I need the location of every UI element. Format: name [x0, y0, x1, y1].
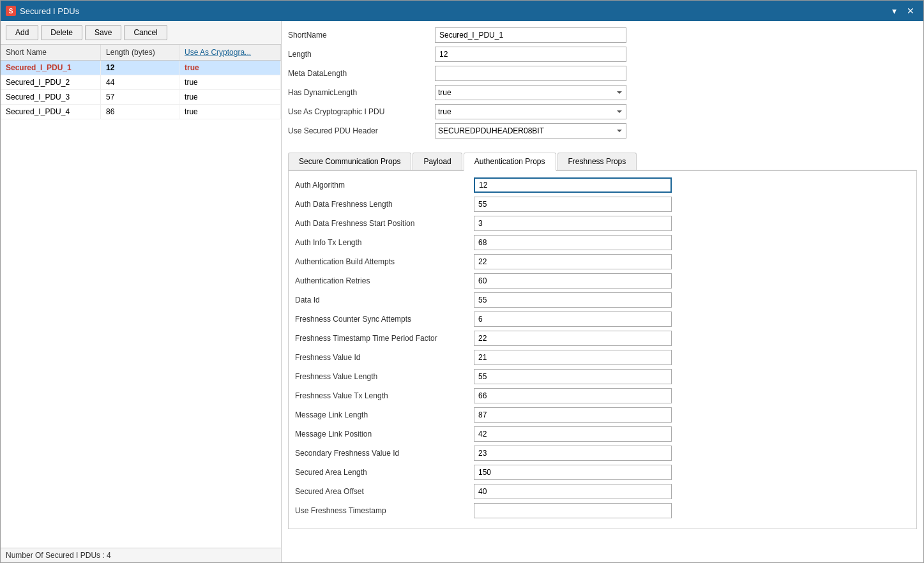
cell-use-crypto: true [179, 90, 281, 105]
main-content: Add Delete Save Cancel Short Name Length… [1, 21, 923, 562]
props-input-16[interactable] [474, 484, 672, 499]
props-input-11[interactable] [474, 388, 672, 403]
tab-freshness[interactable]: Freshness Props [557, 153, 637, 170]
use-cryptographic-wrapper: true false [435, 104, 626, 119]
has-dynamic-length-select[interactable]: true false [435, 85, 626, 100]
col-use-crypto[interactable]: Use As Cryptogra... [179, 45, 281, 61]
props-input-3[interactable] [474, 235, 672, 250]
cell-short-name: Secured_I_PDU_4 [1, 105, 101, 119]
props-row: Auth Algorithm [295, 177, 910, 193]
delete-button[interactable]: Delete [41, 25, 82, 40]
props-input-14[interactable] [474, 446, 672, 461]
props-row: Use Freshness Timestamp [295, 503, 910, 518]
meta-data-length-input[interactable] [435, 66, 626, 81]
props-label-13: Message Link Position [295, 430, 474, 439]
props-label-5: Authentication Retries [295, 276, 474, 285]
props-label-16: Secured Area Offset [295, 487, 474, 496]
props-row: Secured Area Offset [295, 484, 910, 499]
props-row: Auth Data Freshness Length [295, 197, 910, 212]
left-panel: Add Delete Save Cancel Short Name Length… [1, 21, 282, 562]
title-bar-left: S Secured I PDUs [6, 6, 79, 16]
status-text: Number Of Secured I PDUs : 4 [6, 551, 111, 560]
save-button[interactable]: Save [85, 25, 121, 40]
props-label-10: Freshness Value Length [295, 372, 474, 381]
dropdown-button[interactable]: ▾ [888, 4, 900, 17]
table-row[interactable]: Secured_I_PDU_2 44 true [1, 75, 281, 90]
form-section: ShortName Length Meta DataLength Has Dyn… [288, 27, 917, 142]
props-input-0[interactable] [474, 177, 672, 193]
window-title: Secured I PDUs [20, 6, 79, 16]
cell-use-crypto: true [179, 105, 281, 119]
use-cryptographic-label: Use As Cryptographic I PDU [288, 107, 435, 116]
use-secured-pdu-row: Use Secured PDU Header SECUREDPDUHEADER0… [288, 123, 917, 139]
shortname-input[interactable] [435, 27, 626, 43]
props-row: Message Link Position [295, 426, 910, 442]
tabs-bar: Secure Communication PropsPayloadAuthent… [288, 153, 917, 171]
props-label-17: Use Freshness Timestamp [295, 506, 474, 515]
props-label-9: Freshness Value Id [295, 353, 474, 362]
has-dynamic-length-label: Has DynamicLength [288, 88, 435, 97]
props-row: Authentication Retries [295, 273, 910, 289]
close-button[interactable]: ✕ [903, 4, 918, 17]
tab-content: Auth AlgorithmAuth Data Freshness Length… [288, 171, 917, 529]
props-row: Auth Data Freshness Start Position [295, 216, 910, 231]
props-input-5[interactable] [474, 273, 672, 289]
props-label-2: Auth Data Freshness Start Position [295, 219, 474, 228]
length-input[interactable] [435, 47, 626, 62]
props-label-6: Data Id [295, 296, 474, 304]
table-row[interactable]: Secured_I_PDU_4 86 true [1, 105, 281, 119]
props-input-12[interactable] [474, 407, 672, 423]
props-row: Message Link Length [295, 407, 910, 423]
has-dynamic-length-row: Has DynamicLength true false [288, 85, 917, 100]
use-secured-pdu-select[interactable]: SECUREDPDUHEADER08BIT SECUREDPDUHEADER16… [435, 123, 626, 139]
props-label-15: Secured Area Length [295, 468, 474, 477]
props-row: Data Id [295, 292, 910, 308]
props-row: Auth Info Tx Length [295, 235, 910, 250]
tab-auth[interactable]: Authentication Props [464, 153, 556, 171]
props-input-10[interactable] [474, 369, 672, 384]
table-container: Short Name Length (bytes) Use As Cryptog… [1, 45, 281, 548]
props-label-0: Auth Algorithm [295, 181, 474, 190]
props-input-8[interactable] [474, 331, 672, 346]
col-length: Length (bytes) [101, 45, 179, 61]
props-label-11: Freshness Value Tx Length [295, 391, 474, 400]
props-input-17[interactable] [474, 503, 672, 518]
has-dynamic-length-wrapper: true false [435, 85, 626, 100]
props-input-9[interactable] [474, 350, 672, 365]
cell-use-crypto: true [179, 75, 281, 90]
cell-length: 86 [101, 105, 179, 119]
props-label-8: Freshness Timestamp Time Period Factor [295, 334, 474, 343]
pdu-table: Short Name Length (bytes) Use As Cryptog… [1, 45, 281, 119]
props-input-2[interactable] [474, 216, 672, 231]
props-input-6[interactable] [474, 292, 672, 308]
cancel-button[interactable]: Cancel [124, 25, 167, 40]
props-label-14: Secondary Freshness Value Id [295, 449, 474, 458]
use-cryptographic-select[interactable]: true false [435, 104, 626, 119]
props-row: Freshness Value Id [295, 350, 910, 365]
props-row: Freshness Value Tx Length [295, 388, 910, 403]
cell-short-name: Secured_I_PDU_3 [1, 90, 101, 105]
cell-short-name: Secured_I_PDU_1 [1, 61, 101, 75]
add-button[interactable]: Add [6, 25, 38, 40]
cell-length: 44 [101, 75, 179, 90]
props-label-1: Auth Data Freshness Length [295, 200, 474, 209]
tab-secure[interactable]: Secure Communication Props [288, 153, 411, 170]
props-input-4[interactable] [474, 254, 672, 269]
props-label-7: Freshness Counter Sync Attempts [295, 315, 474, 324]
use-secured-pdu-wrapper: SECUREDPDUHEADER08BIT SECUREDPDUHEADER16… [435, 123, 626, 139]
props-input-7[interactable] [474, 312, 672, 327]
props-row: Freshness Value Length [295, 369, 910, 384]
props-label-4: Authentication Build Attempts [295, 257, 474, 266]
meta-data-length-row: Meta DataLength [288, 66, 917, 81]
props-input-1[interactable] [474, 197, 672, 212]
table-row[interactable]: Secured_I_PDU_1 12 true [1, 61, 281, 75]
props-input-15[interactable] [474, 465, 672, 480]
cell-length: 57 [101, 90, 179, 105]
props-input-13[interactable] [474, 426, 672, 442]
length-label: Length [288, 50, 435, 59]
tab-payload[interactable]: Payload [413, 153, 462, 170]
title-bar-right: ▾ ✕ [888, 4, 918, 17]
table-row[interactable]: Secured_I_PDU_3 57 true [1, 90, 281, 105]
props-row: Secondary Freshness Value Id [295, 446, 910, 461]
cell-use-crypto: true [179, 61, 281, 75]
